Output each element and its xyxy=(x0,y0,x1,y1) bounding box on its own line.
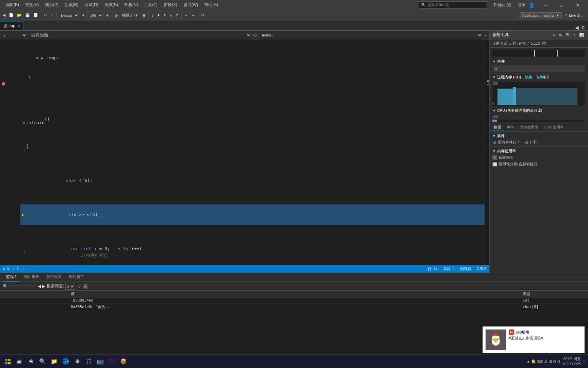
explorer-btn[interactable]: 📁 xyxy=(49,356,59,367)
platform-arrow[interactable]: ▼ xyxy=(104,13,111,18)
live-share-btn[interactable]: ↗ Live Sh... xyxy=(562,12,587,18)
filter-icon[interactable]: ▽ xyxy=(78,284,81,289)
case-sensitive-btn[interactable]: A xyxy=(83,283,88,289)
step-into-btn[interactable]: ⬇ xyxy=(156,12,161,18)
events-section-header[interactable]: ▼ 事件 xyxy=(490,58,588,65)
user-icon[interactable]: 👤 xyxy=(529,2,535,8)
close-btn[interactable]: ✕ xyxy=(570,0,585,10)
app-icon-6[interactable]: 🎵 xyxy=(84,356,94,367)
menu-test[interactable]: 测试(S) xyxy=(102,1,121,9)
heap-analysis-btn[interactable]: 📊 启用堆分析(会影响性能) xyxy=(492,161,585,167)
step-over-btn[interactable]: ⤵ xyxy=(150,13,155,18)
tab-exceptions[interactable]: 异常设置 xyxy=(43,273,65,282)
search-nav-next[interactable]: ▶ xyxy=(42,284,45,289)
save-all-btn[interactable]: 📑 xyxy=(32,12,39,18)
undo-btn[interactable]: ↩ xyxy=(43,12,48,18)
more-btns[interactable]: ⚙ xyxy=(200,12,206,18)
pause-btn-events[interactable]: ⏸ xyxy=(494,67,497,71)
menu-view[interactable]: 视图(V) xyxy=(22,1,42,9)
search-btn[interactable]: 🔍 xyxy=(37,356,48,367)
code-content[interactable]: b = temp; } ⊟ int main() ⊟{ xyxy=(20,40,485,265)
app-icon-9[interactable]: 📦 xyxy=(118,356,129,367)
vs-icon[interactable]: VS xyxy=(107,356,117,367)
nav-plus-btn[interactable]: + xyxy=(483,32,489,38)
debug-config-select[interactable]: Debug xyxy=(58,12,79,19)
diag-tab-cpu[interactable]: CPU 使用率 xyxy=(541,124,567,131)
config-arrow[interactable]: ▼ xyxy=(80,13,86,18)
search-nav-prev[interactable]: ◀ xyxy=(38,284,41,289)
back-btn[interactable]: ◀ xyxy=(1,12,7,18)
diag-split-btn[interactable]: ⊞ xyxy=(558,32,564,38)
menu-debug[interactable]: 调试(D) xyxy=(82,1,101,9)
warning-count[interactable]: ⚠ 2 xyxy=(12,267,19,271)
task-view-btn[interactable]: ❀ xyxy=(26,356,36,367)
memory-section-header[interactable]: ▼ 进程内存 (KB) 快照 专用字节 xyxy=(490,74,588,80)
menu-build[interactable]: 生成(B) xyxy=(62,1,81,9)
app-insights-btn[interactable]: Application Insights ▼ xyxy=(520,12,562,18)
run-btn[interactable]: ▶ xyxy=(114,12,120,19)
open-btn[interactable]: 📂 xyxy=(16,12,23,18)
tab-watch1[interactable]: 监视 1 xyxy=(3,273,20,282)
360-icon[interactable]: S xyxy=(549,359,552,364)
tab-callstack[interactable]: 调用堆栈 xyxy=(21,273,43,282)
nav-next[interactable]: → xyxy=(29,267,33,271)
step-out-btn[interactable]: ⬆ xyxy=(162,12,168,18)
nav-prev[interactable]: ← xyxy=(22,267,26,271)
snapshot-btn[interactable]: 📷 截取快照 xyxy=(492,154,585,161)
cpu-section-header[interactable]: ▼ CPU (所有处理器的百分比) xyxy=(490,107,588,114)
menu-tools[interactable]: 工具(T) xyxy=(141,1,160,9)
nav-func-select[interactable]: main() xyxy=(259,31,483,40)
diag-search-btn[interactable]: 🔍 xyxy=(564,32,572,38)
minimize-btn[interactable]: ─ xyxy=(538,0,553,10)
diag-tab-events[interactable]: 事件 xyxy=(504,124,517,131)
diag-tab-memory[interactable]: 内存使用率 xyxy=(517,124,541,131)
forward-btn[interactable]: → xyxy=(183,13,190,18)
tab-source-cpp[interactable]: 源.cpp ✕ xyxy=(0,21,24,30)
search-box[interactable]: 🔍 搜索 (Ctrl+Q) xyxy=(419,1,487,9)
events-sub-header[interactable]: ▼ 事件 xyxy=(492,133,585,139)
action-center-icon[interactable]: □ xyxy=(583,359,585,364)
nav-scope-select[interactable]: 2 xyxy=(0,31,27,40)
platform-select[interactable]: x86 xyxy=(87,12,103,19)
search-input-bottom[interactable] xyxy=(9,286,36,287)
diag-chart-btn[interactable]: 📊 xyxy=(578,32,585,38)
restart-btn[interactable]: ↺ xyxy=(174,12,180,18)
code-area[interactable]: b = temp; } ⊟ int main() ⊟{ xyxy=(0,40,489,265)
menu-help[interactable]: 帮助(H) xyxy=(201,1,221,9)
menu-project[interactable]: 项目(P) xyxy=(42,1,61,9)
redo-btn[interactable]: ↪ xyxy=(49,12,55,18)
editor-scroll-indicator[interactable] xyxy=(485,40,489,265)
mem-usage-header[interactable]: ▼ 内存使用率 xyxy=(492,148,585,154)
cortana-btn[interactable]: ◉ xyxy=(14,356,24,367)
restore-btn[interactable]: □ xyxy=(554,0,569,10)
keyboard-icon[interactable]: ⌨ xyxy=(537,359,543,364)
pause-btn[interactable]: ⏸ xyxy=(141,13,147,18)
continue-btn[interactable]: 继续(C) ▼ xyxy=(121,12,140,18)
taskbar-clock[interactable]: 22:08 周五 2020/12/25 xyxy=(562,356,581,366)
new-btn[interactable]: 📄 xyxy=(7,12,15,18)
browser-btn[interactable]: 🌐 xyxy=(61,356,71,367)
app-icon-5[interactable]: ❋ xyxy=(72,356,82,367)
nav-global-select[interactable]: (全局范围) xyxy=(27,31,251,40)
depth-select[interactable]: 3 xyxy=(65,283,75,290)
input-lang-icon[interactable]: 英 xyxy=(544,359,548,364)
diag-tab-summary[interactable]: 摘要 xyxy=(491,124,504,131)
menu-extensions[interactable]: 扩展(X) xyxy=(161,1,180,9)
save-btn[interactable]: 💾 xyxy=(24,12,31,18)
antivirus-icon1[interactable]: Ω xyxy=(553,359,556,364)
chevron-icon[interactable]: ▲ xyxy=(527,359,530,363)
tab-close-btn[interactable]: ✕ xyxy=(17,24,20,28)
app-icon-7[interactable]: 📺 xyxy=(95,356,105,367)
menu-window[interactable]: 窗口(W) xyxy=(181,1,201,9)
antivirus-icon2[interactable]: Ω xyxy=(557,359,560,364)
notification-icon[interactable]: 🔔 xyxy=(531,359,536,364)
start-button[interactable] xyxy=(3,356,13,367)
tab-immediate[interactable]: 即时窗口 xyxy=(66,273,87,282)
diag-zoom-in-btn[interactable]: + xyxy=(572,32,577,38)
tab-scroll-left[interactable]: ◀ xyxy=(575,25,579,30)
error-count[interactable]: ✕ 0 xyxy=(3,267,9,271)
stop-btn[interactable]: ■ xyxy=(168,13,174,18)
tab-settings[interactable]: ⚙ xyxy=(579,25,587,30)
login-btn[interactable]: 登录 xyxy=(518,2,525,7)
diag-settings-btn[interactable]: ⚙ xyxy=(551,32,557,38)
